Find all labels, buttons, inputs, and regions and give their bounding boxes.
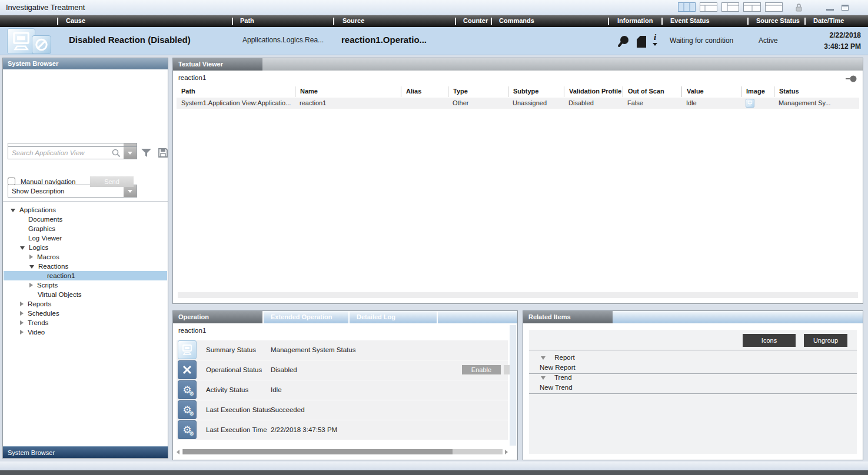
document-icon[interactable]: [636, 35, 647, 49]
related-item-new-report[interactable]: New Report: [529, 364, 857, 374]
tree-item-reaction1-selected[interactable]: reaction1: [4, 271, 167, 280]
header-separator: [747, 18, 749, 25]
tree-item-video[interactable]: Video: [4, 327, 167, 337]
tree-item-trends[interactable]: Trends: [4, 318, 167, 327]
collapse-icon[interactable]: [541, 356, 546, 360]
col-date-time: Date/Time: [813, 17, 844, 24]
layout-single-icon[interactable]: [765, 2, 783, 12]
description-dropdown-button[interactable]: [124, 185, 137, 197]
computer-icon: [746, 99, 754, 108]
table-header-row: Path Name Alias Type Subtype Validation …: [177, 86, 859, 97]
col-counter: Counter: [463, 17, 488, 24]
scrollbar-thumb[interactable]: [183, 449, 453, 454]
ungroup-button[interactable]: Ungroup: [804, 334, 847, 347]
layout-top-left-icon[interactable]: [700, 2, 717, 12]
collapse-icon[interactable]: [29, 265, 34, 269]
x-icon: [178, 360, 197, 379]
maximize-button[interactable]: [842, 5, 849, 11]
scroll-left-icon[interactable]: [177, 450, 179, 454]
th-type[interactable]: Type: [448, 86, 508, 97]
expand-icon[interactable]: [20, 302, 24, 306]
group-trend[interactable]: Trend: [529, 374, 857, 384]
expand-icon[interactable]: [20, 320, 24, 325]
collapse-icon[interactable]: [541, 376, 546, 380]
operation-row-activity-status: ⚙⚙ Activity Status Idle: [177, 380, 508, 400]
related-item-new-trend[interactable]: New Trend: [529, 384, 857, 394]
send-button[interactable]: Send: [90, 176, 134, 187]
event-path: Applications.Logics.Rea...: [242, 36, 324, 44]
th-name[interactable]: Name: [295, 86, 401, 97]
header-separator: [608, 18, 609, 25]
cell-subtype: Unassigned: [508, 98, 564, 109]
tab-detailed-log[interactable]: Detailed Log: [348, 311, 437, 323]
tab-related-items[interactable]: Related Items: [523, 311, 613, 323]
collapse-icon[interactable]: [11, 209, 15, 212]
expand-icon[interactable]: [29, 255, 33, 259]
tree-item-virtual-objects[interactable]: Virtual Objects: [4, 290, 167, 299]
tree-item-schedules[interactable]: Schedules: [4, 309, 167, 318]
lock-icon[interactable]: [793, 2, 804, 13]
collapse-icon[interactable]: [20, 246, 25, 250]
event-row[interactable]: Disabled Reaction (Disabled) Application…: [0, 27, 868, 55]
cell-out-of-scan: False: [623, 98, 681, 109]
vertical-scrollbar[interactable]: [510, 325, 516, 446]
manual-navigation-label: Manual navigation: [21, 178, 75, 185]
enable-button[interactable]: Enable: [462, 365, 501, 374]
investigate-icon[interactable]: [617, 35, 630, 49]
information-dropdown[interactable]: i: [651, 33, 659, 46]
tree-item-logics[interactable]: Logics: [4, 243, 167, 252]
icons-button[interactable]: Icons: [743, 334, 796, 347]
th-image[interactable]: Image: [741, 86, 774, 97]
header-separator: [333, 18, 334, 25]
layout-columns-icon[interactable]: [678, 2, 696, 12]
expand-icon[interactable]: [20, 330, 24, 334]
textual-viewer-object: reaction1: [178, 74, 206, 81]
search-dropdown-button[interactable]: [124, 147, 137, 159]
th-status[interactable]: Status: [774, 86, 859, 97]
manual-navigation-checkbox[interactable]: [8, 178, 15, 185]
table-row[interactable]: System1.Application View:Applicatio... r…: [177, 98, 859, 109]
operation-row-last-execution-status: ⚙⚙ Last Execution Status Succeeded: [177, 400, 508, 420]
tab-textual-viewer[interactable]: Textual Viewer: [173, 58, 262, 71]
pin-icon[interactable]: [845, 75, 857, 83]
header-separator: [232, 18, 233, 25]
filter-icon[interactable]: [141, 148, 152, 158]
scroll-right-icon[interactable]: [505, 450, 508, 454]
system-browser-bottom-tab[interactable]: System Browser: [3, 446, 168, 458]
th-validation-profile[interactable]: Validation Profile: [564, 86, 623, 97]
tree-item-documents[interactable]: Documents: [4, 215, 167, 224]
col-information: Information: [617, 17, 653, 24]
operation-row-operational-status: Operational Status Disabled Enable: [177, 360, 508, 380]
tree-item-macros[interactable]: Macros: [4, 252, 167, 262]
expand-icon[interactable]: [20, 311, 24, 316]
minimize-button[interactable]: [826, 9, 834, 11]
chevron-down-icon: [128, 152, 132, 155]
col-path: Path: [240, 17, 254, 24]
search-input[interactable]: [8, 147, 109, 159]
horizontal-scrollbar[interactable]: [178, 292, 858, 298]
th-alias[interactable]: Alias: [401, 86, 448, 97]
description-dropdown-value: Show Description: [12, 188, 64, 195]
layout-grid-icon[interactable]: [743, 2, 761, 12]
tree-item-reactions[interactable]: Reactions: [4, 262, 167, 271]
expand-icon[interactable]: [29, 283, 33, 287]
th-path[interactable]: Path: [177, 86, 295, 97]
tree-item-log-viewer[interactable]: Log Viewer: [4, 233, 167, 243]
th-subtype[interactable]: Subtype: [508, 86, 564, 97]
tree-item-graphics[interactable]: Graphics: [4, 224, 167, 233]
event-date: 2/22/2018: [824, 30, 861, 41]
th-value[interactable]: Value: [681, 86, 741, 97]
tree-item-scripts[interactable]: Scripts: [4, 280, 167, 290]
col-event-status: Event Status: [670, 17, 710, 24]
tab-extended-operation[interactable]: Extended Operation: [262, 311, 348, 323]
layout-left-col-icon[interactable]: [721, 2, 739, 12]
search-icon[interactable]: [111, 148, 121, 158]
horizontal-scrollbar[interactable]: [177, 449, 508, 455]
th-out-of-scan[interactable]: Out of Scan: [623, 86, 681, 97]
group-report[interactable]: Report: [529, 354, 857, 364]
col-cause: Cause: [66, 17, 85, 24]
tree-item-reports[interactable]: Reports: [4, 299, 167, 309]
tree-item-applications[interactable]: Applications: [4, 205, 167, 215]
tab-operation[interactable]: Operation: [173, 311, 262, 323]
save-icon[interactable]: [158, 148, 168, 158]
